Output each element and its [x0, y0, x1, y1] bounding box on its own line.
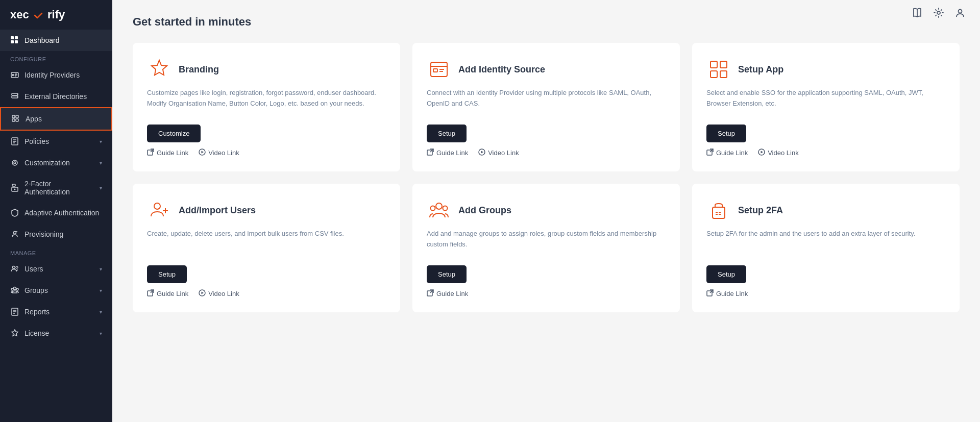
customize-button[interactable]: Customize	[147, 125, 201, 142]
svg-point-33	[16, 288, 18, 290]
sidebar-item-policies[interactable]: Policies ▾	[0, 131, 112, 152]
guide-link[interactable]: Guide Link	[706, 148, 748, 157]
setup-button[interactable]: Setup	[427, 125, 467, 142]
guide-link[interactable]: Guide Link	[427, 148, 468, 157]
svg-rect-0	[11, 36, 14, 39]
svg-rect-3	[15, 40, 18, 43]
groups-icon	[10, 286, 19, 295]
sidebar-item-label: External Directories	[24, 92, 87, 101]
chevron-down-icon: ▾	[100, 139, 102, 144]
chevron-down-icon: ▾	[100, 331, 102, 336]
sidebar-item-label: Reports	[24, 308, 50, 316]
svg-point-32	[11, 288, 13, 290]
svg-point-22	[14, 162, 16, 164]
identity-providers-icon	[10, 70, 19, 80]
card-add-groups: Add Groups Add and manage groups to assi…	[412, 184, 680, 312]
external-link-icon	[147, 289, 154, 298]
sidebar-item-users[interactable]: Users ▾	[0, 258, 112, 280]
external-link-icon	[147, 148, 154, 157]
sidebar-item-provisioning[interactable]: Provisioning	[0, 224, 112, 245]
setup-button[interactable]: Setup	[706, 265, 746, 283]
card-title: Add Identity Source	[458, 64, 545, 75]
sidebar-item-license[interactable]: License ▾	[0, 322, 112, 344]
video-link[interactable]: Video Link	[199, 289, 239, 298]
card-header: Setup 2FA	[706, 198, 945, 222]
video-link[interactable]: Video Link	[199, 148, 239, 157]
svg-point-40	[959, 10, 962, 13]
card-title: Branding	[179, 64, 219, 75]
card-title: Add/Import Users	[179, 205, 256, 216]
add-groups-icon	[427, 198, 451, 222]
setup-button[interactable]: Setup	[427, 265, 467, 283]
svg-point-29	[13, 266, 15, 269]
card-setup-2fa: Setup 2FA Setup 2FA for the admin and th…	[692, 184, 960, 312]
guide-link[interactable]: Guide Link	[147, 148, 188, 157]
svg-marker-61	[761, 151, 764, 154]
sidebar-item-customization[interactable]: Customization ▾	[0, 152, 112, 173]
svg-rect-1	[11, 40, 14, 43]
card-links: Guide Link	[427, 289, 666, 298]
license-icon	[10, 329, 19, 338]
svg-line-59	[710, 149, 713, 152]
svg-rect-57	[720, 71, 727, 78]
card-description: Create, update, delete users, and import…	[147, 229, 386, 257]
logo: xec rify	[0, 0, 112, 30]
sidebar-item-dashboard[interactable]: Dashboard	[0, 30, 112, 51]
settings-icon[interactable]	[933, 7, 944, 21]
svg-rect-55	[720, 61, 727, 68]
svg-point-71	[443, 206, 448, 211]
main-content: Get started in minutes Branding Customiz…	[112, 0, 980, 422]
guide-link[interactable]: Guide Link	[147, 289, 188, 298]
svg-point-5	[13, 75, 14, 76]
svg-point-30	[16, 266, 18, 268]
adaptive-auth-icon	[10, 208, 19, 217]
user-icon[interactable]	[954, 7, 966, 21]
card-add-import-users: Add/Import Users Create, update, delete …	[133, 184, 400, 312]
svg-rect-54	[710, 61, 717, 68]
sidebar-item-label: Customization	[24, 159, 70, 167]
sidebar-item-2fa[interactable]: 2-Factor Authentication ▾	[0, 173, 112, 202]
play-circle-icon	[199, 289, 206, 298]
guide-link[interactable]: Guide Link	[427, 289, 468, 298]
card-description: Setup 2FA for the admin and the users to…	[706, 229, 945, 257]
svg-point-62	[154, 203, 160, 209]
sidebar-item-external-directories[interactable]: External Directories	[0, 86, 112, 107]
sidebar-item-label: Adaptive Authentication	[24, 209, 99, 217]
guide-link[interactable]: Guide Link	[706, 289, 748, 298]
sidebar-item-identity-providers[interactable]: Identity Providers	[0, 64, 112, 86]
svg-marker-44	[202, 151, 204, 154]
setup-app-icon	[706, 57, 731, 82]
sidebar-item-label: Provisioning	[24, 230, 63, 238]
card-description: Connect with an Identity Provider using …	[427, 88, 666, 116]
setup-button[interactable]: Setup	[147, 265, 187, 283]
sidebar-item-apps[interactable]: Apps	[0, 107, 112, 131]
chevron-down-icon: ▾	[100, 288, 102, 293]
svg-rect-16	[16, 119, 18, 121]
play-circle-icon	[478, 148, 485, 157]
setup-2fa-icon	[706, 198, 731, 222]
svg-line-42	[151, 149, 154, 152]
external-link-icon	[706, 289, 714, 298]
sidebar-item-label: Users	[24, 265, 43, 273]
sidebar-item-groups[interactable]: Groups ▾	[0, 280, 112, 301]
card-links: Guide Link	[706, 289, 945, 298]
2fa-icon	[10, 183, 19, 192]
card-title: Setup App	[738, 64, 783, 75]
sidebar-item-reports[interactable]: Reports ▾	[0, 301, 112, 322]
sidebar-item-adaptive-auth[interactable]: Adaptive Authentication	[0, 202, 112, 224]
svg-marker-53	[481, 151, 484, 154]
configure-section-label: Configure	[0, 51, 112, 64]
sidebar-item-label: Dashboard	[24, 36, 60, 44]
svg-point-69	[436, 203, 442, 209]
sidebar-item-label: Policies	[24, 137, 49, 145]
svg-line-80	[710, 290, 713, 293]
book-icon[interactable]	[912, 7, 923, 21]
video-link[interactable]: Video Link	[758, 148, 798, 157]
svg-rect-15	[12, 119, 15, 121]
dashboard-icon	[10, 36, 19, 45]
setup-button[interactable]: Setup	[706, 125, 746, 142]
svg-marker-68	[202, 292, 204, 294]
users-icon	[10, 264, 19, 274]
video-link[interactable]: Video Link	[478, 148, 519, 157]
card-setup-app: Setup App Select and enable SSO for the …	[692, 43, 960, 171]
